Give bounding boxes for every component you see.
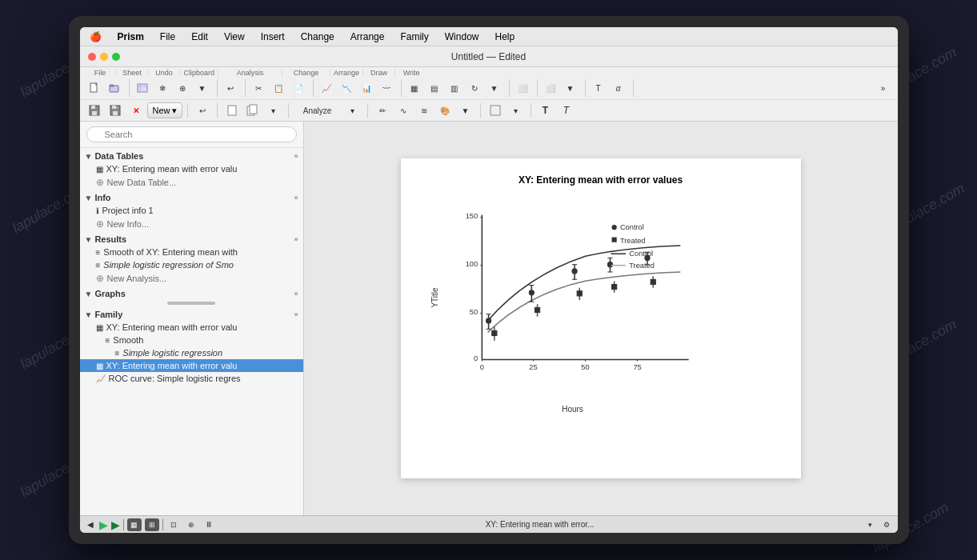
close-button[interactable]	[88, 53, 96, 61]
toolbar-undo-group: ↩	[221, 79, 246, 97]
settings-btn[interactable]: ⚙	[880, 519, 893, 530]
apple-menu[interactable]: 🍎	[86, 31, 105, 42]
change-btn4[interactable]: ↻	[465, 79, 484, 97]
undo-btn[interactable]: ↩	[221, 79, 240, 97]
statusbar: ◀ ▶ ▶ ▦ ⊞ ⊡ ⊕ Ⅲ XY: Entering mean with e…	[80, 515, 898, 533]
menu-window[interactable]: Window	[442, 31, 482, 42]
page-dropdown-btn[interactable]: ▾	[264, 102, 283, 119]
section-results[interactable]: ▼ Results »	[80, 231, 303, 246]
sheet-btn1[interactable]	[133, 79, 152, 97]
sidebar-add-info[interactable]: ⊕ New Info...	[80, 217, 303, 231]
section-graphs[interactable]: ▼ Graphs »	[80, 286, 303, 300]
change-btn3[interactable]: ▥	[445, 79, 464, 97]
file-open-btn[interactable]	[105, 79, 124, 97]
menu-insert[interactable]: Insert	[258, 31, 288, 42]
menu-change[interactable]: Change	[298, 31, 338, 42]
section-family[interactable]: ▼ Family »	[80, 306, 303, 321]
save-as-btn[interactable]: +	[106, 102, 125, 119]
multi-page-btn[interactable]	[243, 102, 262, 119]
zoom-in-btn[interactable]: ⊕	[184, 518, 198, 531]
analysis-btn1[interactable]: 📈	[317, 79, 336, 97]
info-expand[interactable]: »	[294, 194, 298, 202]
toolbar-expand-btn[interactable]: »	[874, 79, 893, 97]
svg-rect-11	[113, 111, 118, 115]
undo-btn2[interactable]: ↩	[193, 102, 212, 119]
results-arrow: ▼	[85, 235, 93, 244]
curve-btn2[interactable]: ≋	[414, 102, 434, 119]
section-info[interactable]: ▼ Info »	[80, 190, 303, 204]
paste-btn[interactable]: 📄	[289, 79, 308, 97]
page-btn[interactable]	[222, 102, 242, 119]
status-dropdown-btn[interactable]: ▾	[864, 519, 877, 530]
menu-prism[interactable]: Prism	[114, 31, 147, 42]
play-green-btn[interactable]: ▶	[99, 518, 108, 531]
change-btn5[interactable]: ▼	[485, 79, 504, 97]
sidebar-item-xy-table[interactable]: ▦ XY: Entering mean with error valu	[80, 162, 303, 175]
sidebar-item-project-info[interactable]: ℹ Project info 1	[80, 204, 303, 217]
section-data-tables[interactable]: ▼ Data Tables »	[80, 148, 303, 162]
menu-file[interactable]: File	[157, 31, 178, 42]
data-tables-expand[interactable]: »	[294, 152, 298, 160]
effect-btn[interactable]: ▼	[456, 102, 475, 119]
text-btn[interactable]: T	[536, 102, 555, 119]
toolbar-divider5	[480, 103, 481, 118]
sidebar-item-smooth[interactable]: ≡ Smooth of XY: Entering mean with	[80, 246, 303, 258]
copy-btn[interactable]: 📋	[269, 79, 288, 97]
new-dropdown-btn[interactable]: New ▾	[147, 102, 182, 118]
toolbar-section-sheet: Sheet	[117, 69, 149, 77]
write-btn2[interactable]: α	[609, 79, 628, 97]
pen-btn[interactable]: ✏	[373, 102, 392, 119]
write-btn1[interactable]: T	[589, 79, 608, 97]
family-expand[interactable]: »	[294, 310, 298, 318]
sheet-btn3[interactable]: ⊕	[173, 79, 192, 97]
sidebar-family-smooth[interactable]: ≡ Smooth	[80, 334, 303, 346]
menu-edit[interactable]: Edit	[188, 31, 211, 42]
analyze-dropdown-btn[interactable]: ▾	[343, 102, 362, 119]
svg-text:25: 25	[529, 363, 537, 371]
change-btn1[interactable]: ▦	[405, 79, 424, 97]
change-btn2[interactable]: ▤	[425, 79, 444, 97]
menu-family[interactable]: Family	[397, 31, 431, 42]
analysis-btn3[interactable]: 📊	[357, 79, 376, 97]
save-btn[interactable]	[85, 102, 104, 119]
page-icon-btn[interactable]: ▦	[127, 518, 142, 531]
menu-view[interactable]: View	[221, 31, 248, 42]
status-icon3[interactable]: Ⅲ	[202, 518, 216, 531]
sidebar-family-logistic[interactable]: ≡ Simple logistic regression	[80, 346, 303, 359]
sidebar-item-logistic[interactable]: ≡ Simple logistic regression of Smo	[80, 258, 303, 271]
zoom-fit-btn[interactable]: ⊡	[166, 518, 181, 531]
analyze-btn[interactable]: Analyze	[294, 102, 342, 119]
graphs-expand[interactable]: »	[294, 290, 298, 298]
analysis-btn2[interactable]: 📉	[337, 79, 356, 97]
sidebar-add-table[interactable]: ⊕ New Data Table...	[80, 175, 303, 190]
nav-back-btn[interactable]: ◀	[85, 519, 96, 530]
search-input[interactable]	[86, 126, 297, 142]
text-italic-btn[interactable]: T	[557, 102, 576, 119]
layout-btn[interactable]: ⊞	[145, 518, 159, 531]
minimize-button[interactable]	[100, 53, 108, 61]
sidebar-add-analysis[interactable]: ⊕ New Analysis...	[80, 271, 303, 286]
draw-btn1[interactable]: ⬜	[541, 79, 560, 97]
curve-btn1[interactable]: ∿	[394, 102, 413, 119]
analysis-btn4[interactable]: 〰	[377, 79, 396, 97]
file-new-btn[interactable]	[85, 79, 104, 97]
svg-point-37	[486, 318, 491, 323]
play-dark-btn[interactable]: ▶	[111, 518, 120, 531]
sidebar-family-item-xy[interactable]: ▦ XY: Entering mean with error valu	[80, 321, 303, 334]
menu-arrange[interactable]: Arrange	[347, 31, 388, 42]
bg-btn[interactable]	[486, 102, 505, 119]
cut-btn[interactable]: ✂	[249, 79, 268, 97]
menu-help[interactable]: Help	[491, 31, 518, 42]
sidebar-family-roc[interactable]: 📈 ROC curve: Simple logistic regres	[80, 372, 303, 385]
results-expand[interactable]: »	[294, 235, 298, 243]
maximize-button[interactable]	[112, 53, 120, 61]
toolbar-sheet-label: Sheet	[122, 69, 142, 77]
sidebar-family-xy-selected[interactable]: ▦ XY: Entering mean with error valu	[80, 359, 303, 372]
bg-dropdown-btn[interactable]: ▾	[507, 102, 526, 119]
arrange-btn1[interactable]: ⬜	[513, 79, 532, 97]
draw-btn2[interactable]: ▼	[561, 79, 580, 97]
sheet-btn2[interactable]: ❄	[153, 79, 172, 97]
color-btn[interactable]: 🎨	[435, 102, 454, 119]
delete-btn[interactable]: ✕	[126, 102, 146, 119]
sheet-btn4[interactable]: ▼	[193, 79, 212, 97]
